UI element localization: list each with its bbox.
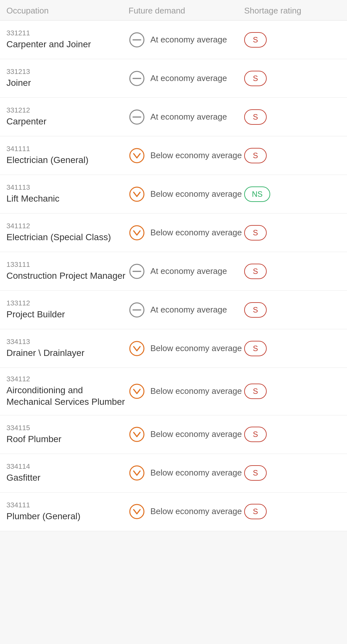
shortage-badge: S bbox=[244, 32, 267, 48]
occupation-name: Roof Plumber bbox=[6, 433, 129, 445]
occupation-code: 341113 bbox=[6, 183, 129, 192]
demand-cell: Below economy average bbox=[129, 224, 244, 241]
svg-point-13 bbox=[130, 341, 144, 356]
at-economy-icon bbox=[129, 32, 145, 48]
occupation-code: 331211 bbox=[6, 29, 129, 37]
demand-text: Below economy average bbox=[150, 467, 242, 478]
shortage-cell: S bbox=[244, 302, 341, 318]
shortage-cell: S bbox=[244, 264, 341, 279]
shortage-cell: S bbox=[244, 504, 341, 519]
demand-text: Below economy average bbox=[150, 343, 242, 354]
demand-text: At economy average bbox=[150, 34, 227, 45]
occupation-cell: 341112 Electrician (Special Class) bbox=[6, 222, 129, 243]
demand-cell: Below economy average bbox=[129, 147, 244, 164]
shortage-cell: S bbox=[244, 148, 341, 163]
shortage-cell: NS bbox=[244, 186, 341, 202]
demand-cell: At economy average bbox=[129, 70, 244, 87]
shortage-badge: NS bbox=[244, 186, 270, 202]
header-occupation: Occupation bbox=[6, 6, 129, 16]
occupation-code: 334114 bbox=[6, 462, 129, 471]
shortage-cell: S bbox=[244, 32, 341, 48]
demand-text: At economy average bbox=[150, 266, 227, 277]
shortage-cell: S bbox=[244, 341, 341, 356]
occupation-name: Airconditioning and Mechanical Services … bbox=[6, 385, 129, 408]
demand-cell: At economy average bbox=[129, 109, 244, 125]
svg-point-7 bbox=[130, 187, 144, 201]
table-row: 341112 Electrician (Special Class) Below… bbox=[0, 213, 347, 252]
table-row: 334111 Plumber (General) Below economy a… bbox=[0, 493, 347, 531]
occupation-name: Electrician (Special Class) bbox=[6, 231, 129, 243]
shortage-badge: S bbox=[244, 384, 267, 399]
demand-text: Below economy average bbox=[150, 429, 242, 440]
demand-cell: Below economy average bbox=[129, 186, 244, 203]
shortage-badge: S bbox=[244, 427, 267, 442]
occupation-cell: 341113 Lift Mechanic bbox=[6, 183, 129, 204]
table-row: 331211 Carpenter and Joiner At economy a… bbox=[0, 21, 347, 59]
occupation-cell: 133111 Construction Project Manager bbox=[6, 260, 129, 282]
demand-text: Below economy average bbox=[150, 150, 242, 161]
at-economy-icon bbox=[129, 70, 145, 87]
table-row: 334113 Drainer \ Drainlayer Below econom… bbox=[0, 329, 347, 368]
demand-text: Below economy average bbox=[150, 227, 242, 238]
occupation-name: Joiner bbox=[6, 77, 129, 89]
occupation-cell: 334115 Roof Plumber bbox=[6, 424, 129, 445]
table-row: 341111 Electrician (General) Below econo… bbox=[0, 136, 347, 175]
demand-cell: Below economy average bbox=[129, 465, 244, 481]
occupation-cell: 331213 Joiner bbox=[6, 68, 129, 89]
below-economy-icon bbox=[129, 186, 145, 203]
occupation-code: 133112 bbox=[6, 299, 129, 307]
occupation-cell: 341111 Electrician (General) bbox=[6, 145, 129, 166]
occupation-name: Gasfitter bbox=[6, 472, 129, 484]
table-row: 334112 Airconditioning and Mechanical Se… bbox=[0, 368, 347, 415]
demand-cell: Below economy average bbox=[129, 340, 244, 357]
shortage-cell: S bbox=[244, 225, 341, 240]
shortage-badge: S bbox=[244, 465, 267, 481]
demand-text: At economy average bbox=[150, 112, 227, 122]
demand-text: At economy average bbox=[150, 73, 227, 84]
occupation-code: 133111 bbox=[6, 260, 129, 269]
table-row: 331212 Carpenter At economy average S bbox=[0, 98, 347, 136]
occupation-code: 334111 bbox=[6, 501, 129, 509]
occupation-code: 334115 bbox=[6, 424, 129, 432]
occupation-cell: 334111 Plumber (General) bbox=[6, 501, 129, 522]
below-economy-icon bbox=[129, 383, 145, 400]
occupation-cell: 334112 Airconditioning and Mechanical Se… bbox=[6, 375, 129, 408]
svg-point-8 bbox=[130, 226, 144, 240]
occupation-code: 334113 bbox=[6, 338, 129, 346]
demand-text: Below economy average bbox=[150, 189, 242, 200]
shortage-badge: S bbox=[244, 225, 267, 240]
at-economy-icon bbox=[129, 263, 145, 280]
below-economy-icon bbox=[129, 340, 145, 357]
shortage-badge: S bbox=[244, 109, 267, 125]
demand-cell: Below economy average bbox=[129, 503, 244, 520]
demand-cell: Below economy average bbox=[129, 426, 244, 443]
svg-point-16 bbox=[130, 466, 144, 480]
table-header: Occupation Future demand Shortage rating bbox=[0, 0, 347, 21]
occupation-name: Electrician (General) bbox=[6, 154, 129, 166]
occupation-name: Carpenter and Joiner bbox=[6, 39, 129, 50]
occupation-code: 331213 bbox=[6, 68, 129, 76]
header-shortage: Shortage rating bbox=[244, 6, 341, 16]
below-economy-icon bbox=[129, 147, 145, 164]
shortage-cell: S bbox=[244, 71, 341, 86]
occupation-name: Construction Project Manager bbox=[6, 270, 129, 282]
header-demand: Future demand bbox=[129, 6, 244, 16]
at-economy-icon bbox=[129, 302, 145, 318]
occupation-name: Carpenter bbox=[6, 116, 129, 127]
shortage-badge: S bbox=[244, 264, 267, 279]
at-economy-icon bbox=[129, 109, 145, 125]
occupation-cell: 133112 Project Builder bbox=[6, 299, 129, 320]
demand-cell: Below economy average bbox=[129, 383, 244, 400]
occupation-code: 341112 bbox=[6, 222, 129, 230]
occupation-name: Drainer \ Drainlayer bbox=[6, 347, 129, 359]
occupation-cell: 331212 Carpenter bbox=[6, 106, 129, 127]
occupation-code: 334112 bbox=[6, 375, 129, 383]
below-economy-icon bbox=[129, 224, 145, 241]
occupation-cell: 331211 Carpenter and Joiner bbox=[6, 29, 129, 50]
demand-cell: At economy average bbox=[129, 32, 244, 48]
demand-text: Below economy average bbox=[150, 386, 242, 397]
occupation-code: 331212 bbox=[6, 106, 129, 114]
shortage-badge: S bbox=[244, 341, 267, 356]
demand-cell: At economy average bbox=[129, 263, 244, 280]
svg-point-14 bbox=[130, 384, 144, 398]
